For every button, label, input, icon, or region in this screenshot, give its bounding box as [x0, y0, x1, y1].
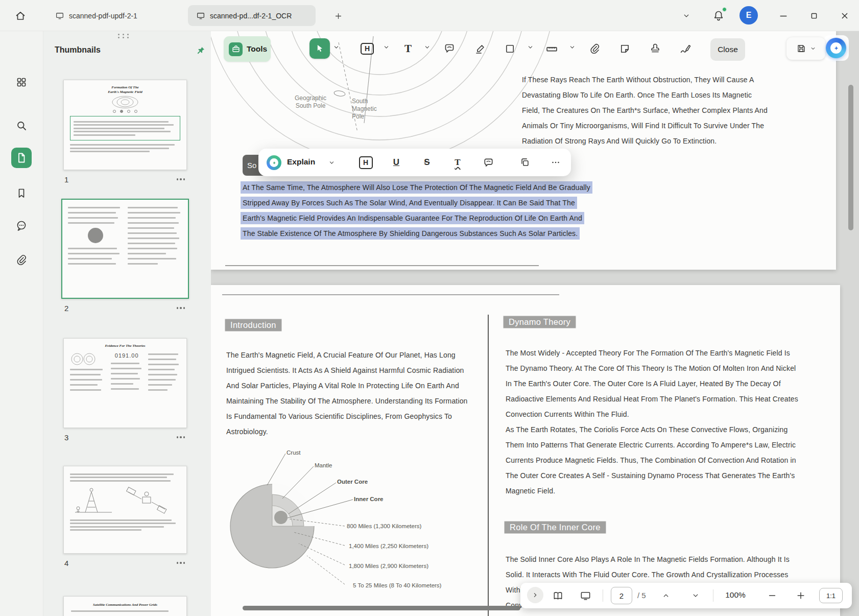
- chevron-down-icon: [332, 43, 340, 51]
- shape-tool-button[interactable]: [498, 37, 521, 60]
- previous-page-button[interactable]: [658, 587, 674, 604]
- zoom-out-button[interactable]: [764, 587, 780, 604]
- pin-icon: [196, 45, 206, 56]
- panel-title: Thumbnails: [55, 45, 101, 55]
- mini-satellite-figure: [123, 486, 170, 515]
- page-thumbnails-button-active[interactable]: [11, 148, 32, 168]
- highlighter-tool-button[interactable]: [469, 37, 492, 60]
- save-icon[interactable]: [796, 43, 807, 54]
- ai-sparkle-icon: [830, 42, 842, 54]
- highlight-tool-button[interactable]: H: [356, 153, 375, 172]
- apps-grid-button[interactable]: [10, 71, 33, 93]
- mini-circles-row: [70, 110, 180, 113]
- presentation-mode-button[interactable]: [577, 587, 593, 604]
- pdf-page-2: Introduction The Earth's Magnetic Field,…: [211, 285, 840, 616]
- comment-selection-button[interactable]: [479, 153, 497, 172]
- underline-tool-button[interactable]: U: [387, 153, 405, 172]
- stamp-tool-button[interactable]: [644, 37, 666, 60]
- thumbnail-menu-button[interactable]: [177, 307, 187, 309]
- heading-tool-button[interactable]: H: [356, 37, 378, 60]
- diagram-measurement: 800 Miles (1,300 Kilometers): [347, 523, 421, 529]
- minus-icon: [767, 590, 777, 601]
- shape-tool-chevron[interactable]: [526, 43, 534, 51]
- thumbnail-page-4[interactable]: [63, 466, 187, 554]
- new-tab-button[interactable]: [331, 9, 345, 23]
- thumbnail-figures-row: [70, 486, 180, 515]
- thumbnail-menu-button[interactable]: [177, 562, 187, 564]
- attachment-tool-button[interactable]: [583, 37, 606, 60]
- thumbnail-figure-text: 0191.00: [111, 352, 143, 359]
- measure-tool-chevron[interactable]: [568, 43, 576, 51]
- sticker-tool-button[interactable]: [613, 37, 636, 60]
- thumbnail-footer: 2: [63, 303, 187, 313]
- thumbnail-footer: 3: [63, 432, 187, 442]
- thumbnail-page-2-selected[interactable]: [61, 199, 189, 299]
- plus-icon: [796, 590, 806, 601]
- thumbnail-menu-button[interactable]: [177, 436, 187, 438]
- signature-panel-button[interactable]: [10, 612, 33, 616]
- window-close-button[interactable]: [837, 8, 853, 24]
- select-tool-chevron[interactable]: [332, 43, 340, 51]
- comment-bubble-icon: [483, 157, 494, 169]
- thumbnail-column: [128, 205, 182, 293]
- search-button[interactable]: [10, 114, 33, 137]
- toolbox-icon: [229, 42, 243, 56]
- panel-drag-handle[interactable]: [118, 34, 130, 38]
- text-tool-chevron[interactable]: [423, 43, 431, 51]
- home-button[interactable]: [9, 5, 32, 27]
- heading-tool-chevron[interactable]: [382, 43, 390, 51]
- expand-panel-button[interactable]: [527, 587, 543, 603]
- account-avatar[interactable]: E: [739, 6, 758, 25]
- page-number-input[interactable]: [611, 587, 632, 604]
- close-button[interactable]: Close: [710, 38, 745, 61]
- minimize-button[interactable]: [775, 8, 792, 24]
- tools-button[interactable]: Tools: [224, 36, 271, 62]
- diagram-label-inner-core: Inner Core: [354, 496, 384, 502]
- comment-tool-button[interactable]: [438, 37, 461, 60]
- actual-size-button[interactable]: 1:1: [819, 588, 843, 603]
- notifications-button[interactable]: [710, 7, 727, 24]
- document-tab-1[interactable]: scanned-pdf-updf-2-1: [47, 5, 181, 26]
- tab-label: scanned-pd...df-2-1_OCR: [210, 12, 292, 20]
- comment-bubble-icon: [15, 220, 28, 232]
- page-number: 4: [63, 559, 68, 567]
- vertical-scrollbar[interactable]: [848, 85, 853, 230]
- zoom-in-button[interactable]: [793, 587, 809, 604]
- reading-mode-button[interactable]: [550, 587, 566, 604]
- text-tool-button[interactable]: T: [397, 37, 419, 60]
- attachments-button[interactable]: [10, 249, 33, 271]
- titlebar: scanned-pdf-updf-2-1 scanned-pd...df-2-1…: [0, 0, 859, 31]
- pin-panel-button[interactable]: [194, 43, 208, 58]
- measure-tool-button[interactable]: [540, 37, 563, 60]
- section-heading-role-of-inner-core: Role Of The Inner Core: [504, 521, 606, 534]
- document-tab-2-active[interactable]: scanned-pd...df-2-1_OCR: [188, 5, 316, 26]
- thumbnail-page-3[interactable]: Evidence For The Theories 0191.00: [63, 338, 187, 428]
- maximize-button[interactable]: [806, 8, 822, 24]
- chevron-down-icon: [682, 11, 691, 20]
- thumbnail-title: Satellite Communications And Power Grids: [71, 603, 179, 607]
- thumbnail-page-5[interactable]: Satellite Communications And Power Grids: [63, 596, 187, 616]
- plus-icon: [334, 12, 343, 20]
- chevron-down-icon[interactable]: [809, 45, 817, 52]
- thumbnail-page-1[interactable]: Formation Of TheEarth's Magnetic Field: [63, 80, 187, 170]
- squiggly-text-tool-button[interactable]: T: [448, 153, 467, 172]
- strikethrough-tool-button[interactable]: S: [418, 153, 436, 172]
- explain-button[interactable]: Explain: [287, 157, 315, 167]
- signature-tool-button[interactable]: [674, 37, 697, 60]
- select-tool-button[interactable]: [309, 38, 330, 59]
- ai-assistant-button[interactable]: [826, 38, 846, 58]
- search-icon: [15, 120, 28, 132]
- ai-explain-icon[interactable]: [267, 155, 281, 170]
- more-selection-button[interactable]: [546, 153, 565, 172]
- tabs-dropdown-button[interactable]: [679, 9, 694, 23]
- next-page-button[interactable]: [687, 587, 704, 604]
- horizontal-scrollbar[interactable]: [243, 606, 520, 610]
- dynamo-heading-text: Dynamo Theory: [509, 317, 570, 326]
- copy-selection-button[interactable]: [516, 153, 534, 172]
- annotations-button[interactable]: [10, 215, 33, 237]
- minimize-icon: [778, 11, 789, 21]
- maximize-icon: [809, 11, 819, 21]
- explain-chevron[interactable]: [326, 157, 337, 168]
- thumbnail-menu-button[interactable]: [177, 178, 187, 180]
- bookmarks-button[interactable]: [10, 182, 33, 204]
